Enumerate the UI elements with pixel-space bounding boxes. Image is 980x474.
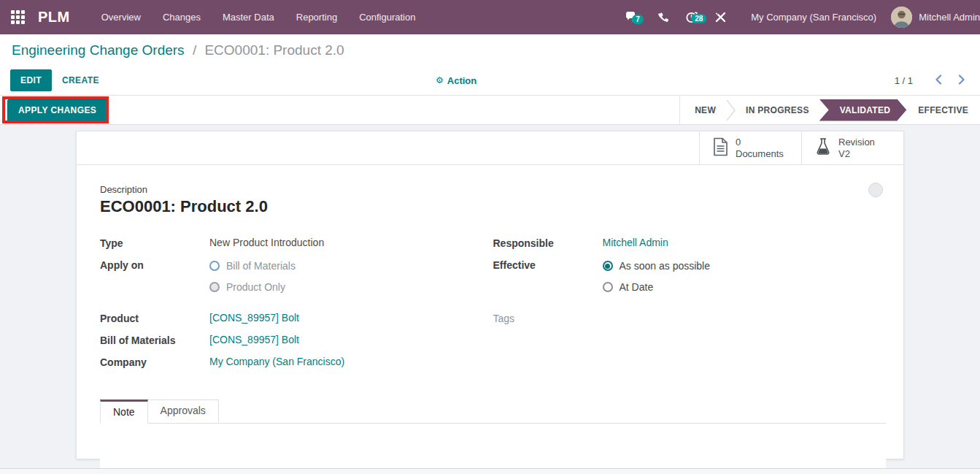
apps-menu-icon[interactable] [11, 10, 25, 24]
field-type: Type New Product Introduction [100, 237, 493, 252]
field-responsible-value[interactable]: Mitchell Admin [603, 237, 668, 248]
pager-previous-button[interactable] [930, 73, 946, 88]
create-button[interactable]: CREATE [52, 70, 109, 91]
stat-button-row: 0 Documents Revision V2 [77, 131, 903, 165]
radio-at-date-label: At Date [620, 281, 654, 293]
tab-note[interactable]: Note [100, 400, 148, 424]
radio-as-soon-as-possible[interactable]: As soon as possible [603, 260, 711, 272]
revision-stat-value: Revision [838, 137, 875, 148]
breadcrumb-parent-link[interactable]: Engineering Change Orders [12, 42, 185, 58]
debug-tools-button[interactable] [706, 11, 735, 23]
radio-checked-icon[interactable] [603, 261, 613, 271]
radio-icon[interactable] [209, 261, 220, 271]
menu-overview[interactable]: Overview [90, 0, 152, 34]
breadcrumb-current: ECO0001: Product 2.0 [204, 42, 344, 58]
tab-approvals[interactable]: Approvals [148, 400, 219, 424]
status-step-new[interactable]: NEW [683, 105, 728, 115]
statusbar: APPLY CHANGES NEW IN PROGRESS VALIDATED … [0, 95, 980, 125]
apply-changes-button[interactable]: APPLY CHANGES [7, 99, 107, 121]
field-column-left: Type New Product Introduction Apply on B… [100, 237, 493, 378]
messages-button[interactable]: 7 [617, 11, 649, 24]
radio-product-only[interactable]: Product Only [209, 281, 296, 293]
field-effective-label: Effective [493, 259, 603, 271]
document-icon [713, 137, 728, 159]
record-title: ECO0001: Product 2.0 [100, 197, 886, 216]
pager: 1 / 1 [895, 73, 970, 88]
menu-configuration[interactable]: Configuration [348, 0, 426, 34]
user-menu[interactable]: Mitchell Admin [919, 12, 980, 23]
radio-icon[interactable] [603, 282, 613, 292]
tab-content-note[interactable] [100, 424, 886, 474]
field-type-value: New Product Introduction [209, 237, 324, 248]
company-switcher[interactable]: My Company (San Francisco) [735, 12, 891, 23]
field-responsible: Responsible Mitchell Admin [493, 237, 887, 252]
radio-asap-label: As soon as possible [620, 260, 711, 272]
field-apply-on-label: Apply on [100, 259, 209, 271]
pager-next-button[interactable] [954, 73, 970, 88]
tools-icon [714, 11, 727, 23]
chevron-right-icon [958, 74, 965, 85]
bottom-area [0, 469, 980, 474]
menu-reporting[interactable]: Reporting [285, 0, 348, 34]
field-apply-on: Apply on Bill of Materials Product Only [100, 259, 493, 293]
main-menu: Overview Changes Master Data Reporting C… [90, 0, 427, 34]
radio-icon[interactable] [209, 282, 220, 292]
form-sheet: 0 Documents Revision V2 Description ECO0… [76, 131, 904, 459]
status-steps: NEW IN PROGRESS VALIDATED EFFECTIVE [679, 96, 980, 124]
flask-icon [815, 137, 831, 159]
radio-at-date[interactable]: At Date [603, 281, 711, 293]
breadcrumb-row: Engineering Change Orders / ECO0001: Pro… [0, 34, 980, 66]
breadcrumb-separator: / [193, 42, 196, 58]
control-panel: EDIT CREATE ⚙ Action 1 / 1 [0, 66, 980, 95]
documents-stat-value: 0 [736, 137, 784, 148]
phone-icon [657, 12, 668, 23]
field-bom: Bill of Materials [CONS_89957] Bolt [100, 334, 493, 349]
app-brand[interactable]: PLM [38, 9, 70, 26]
radio-bill-of-materials-label: Bill of Materials [226, 260, 296, 272]
status-step-effective[interactable]: EFFECTIVE [906, 105, 980, 115]
field-group-gap [100, 299, 493, 312]
status-step-validated[interactable]: VALIDATED [819, 99, 907, 121]
edit-button[interactable]: EDIT [10, 69, 52, 91]
description-label: Description [100, 184, 886, 195]
field-tags-label: Tags [493, 312, 603, 324]
documents-stat-label: Documents [736, 148, 784, 160]
status-step-in-progress[interactable]: IN PROGRESS [734, 105, 821, 115]
field-product-label: Product [100, 312, 209, 324]
field-product: Product [CONS_89957] Bolt [100, 312, 493, 327]
user-avatar[interactable] [891, 7, 912, 28]
field-company: Company My Company (San Francisco) [100, 356, 493, 371]
gear-icon: ⚙ [436, 76, 444, 85]
field-group-gap [493, 299, 887, 312]
radio-bill-of-materials[interactable]: Bill of Materials [209, 260, 296, 272]
action-menu-label: Action [447, 75, 477, 86]
activities-badge: 28 [691, 14, 706, 23]
menu-changes[interactable]: Changes [152, 0, 212, 34]
revision-stat-text: Revision V2 [838, 137, 875, 160]
field-product-value[interactable]: [CONS_89957] Bolt [209, 312, 299, 324]
apply-on-radio-group: Bill of Materials Product Only [209, 259, 296, 293]
documents-stat-button[interactable]: 0 Documents [699, 131, 801, 164]
chevron-left-icon [935, 74, 942, 85]
notebook-tabs: Note Approvals [100, 400, 886, 424]
messages-badge: 7 [632, 15, 644, 24]
field-bom-label: Bill of Materials [100, 334, 209, 346]
documents-stat-text: 0 Documents [736, 137, 784, 160]
effective-radio-group: As soon as possible At Date [603, 259, 711, 293]
voip-button[interactable] [649, 12, 676, 23]
revision-stat-button[interactable]: Revision V2 [801, 131, 903, 164]
field-column-right: Responsible Mitchell Admin Effective As … [493, 237, 887, 378]
menu-master-data[interactable]: Master Data [212, 0, 285, 34]
sheet-body: Description ECO0001: Product 2.0 Type Ne… [77, 165, 903, 474]
kanban-state-circle[interactable] [868, 183, 883, 197]
field-company-value[interactable]: My Company (San Francisco) [209, 356, 344, 367]
field-bom-value[interactable]: [CONS_89957] Bolt [209, 334, 299, 345]
breadcrumb: Engineering Change Orders / ECO0001: Pro… [12, 42, 344, 58]
field-responsible-label: Responsible [493, 237, 603, 249]
field-tags: Tags [493, 312, 887, 327]
activities-button[interactable]: 28 [676, 10, 706, 24]
field-grid: Type New Product Introduction Apply on B… [100, 237, 886, 378]
systray: 7 28 My Company (San Francisco) Mitchell… [617, 7, 980, 28]
action-menu-button[interactable]: ⚙ Action [436, 66, 477, 95]
field-effective: Effective As soon as possible At Date [493, 259, 887, 293]
